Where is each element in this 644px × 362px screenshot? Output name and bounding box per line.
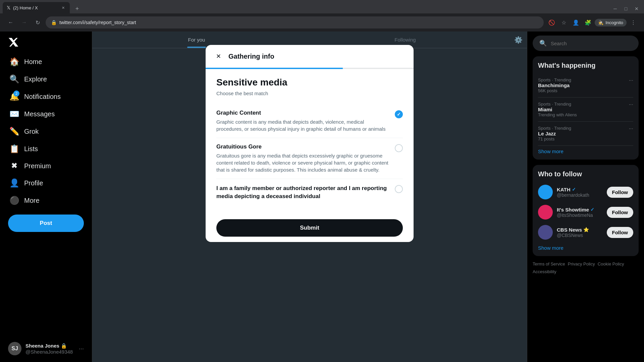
submit-button[interactable]: Submit xyxy=(216,219,403,237)
footer-link-terms[interactable]: Terms of Service xyxy=(533,261,565,266)
incognito-badge: 🕵️ Incognito xyxy=(595,19,627,26)
radio-gratuitous-gore[interactable] xyxy=(395,144,403,152)
user-profile-button[interactable]: SJ Sheena Jones 🔒 @SheenaJone49348 ··· xyxy=(4,338,88,359)
extensions-icon[interactable]: 🧩 xyxy=(583,17,593,28)
home-icon: 🏠 xyxy=(9,57,19,66)
trend-count-0: 56K posts xyxy=(538,88,571,93)
close-window-button[interactable]: ✕ xyxy=(632,4,641,13)
option-gore-title: Gratuitious Gore xyxy=(216,143,389,150)
verified-badge-1: ✓ xyxy=(590,207,594,212)
modal-title: Gathering info xyxy=(228,53,407,60)
incognito-icon: 🕵️ xyxy=(598,20,603,25)
sidebar-item-premium[interactable]: ✖ Premium xyxy=(4,158,88,174)
sidebar-item-label-messages: Messages xyxy=(24,110,55,118)
sidebar-item-messages[interactable]: ✉️ Messages xyxy=(4,105,88,123)
option-family-text: I am a family member or authorized repor… xyxy=(216,184,395,200)
trend-count-2: 71 posts xyxy=(538,136,571,141)
follow-button-1[interactable]: Follow xyxy=(607,207,634,218)
sidebar-item-label-lists: Lists xyxy=(24,145,38,153)
sidebar-item-profile[interactable]: 👤 Profile xyxy=(4,174,88,192)
modal-body: Sensitive media Choose the best match Gr… xyxy=(206,69,414,214)
tab-close-button[interactable]: ✕ xyxy=(60,5,66,10)
trend-more-icon-2[interactable]: ··· xyxy=(629,126,633,132)
footer-link-privacy[interactable]: Privacy Policy xyxy=(568,261,595,266)
search-input[interactable] xyxy=(551,41,632,46)
bookmark-icon[interactable]: ☆ xyxy=(558,17,569,28)
forward-button[interactable]: → xyxy=(19,17,30,28)
follow-item-0: KATH ✓ @bernardokath Follow xyxy=(538,182,633,202)
follow-title: Who to follow xyxy=(538,170,633,178)
new-tab-button[interactable]: + xyxy=(72,4,82,13)
show-more-follow[interactable]: Show more xyxy=(538,245,633,251)
follow-info-1: It's Showtime ✓ @itsShowtimeNa xyxy=(557,207,603,218)
follow-info-0: KATH ✓ @bernardokath xyxy=(557,187,603,198)
trend-more-icon-0[interactable]: ··· xyxy=(629,77,633,83)
back-button[interactable]: ← xyxy=(5,17,16,28)
trend-item-1[interactable]: Sports · Trending Miami Trending with Al… xyxy=(538,98,633,122)
follow-item-1: It's Showtime ✓ @itsShowtimeNa Follow xyxy=(538,202,633,222)
trend-name-0: Banchiminga xyxy=(538,82,571,88)
modal-subtitle: Choose the best match xyxy=(216,90,403,96)
modal-overlay[interactable]: ✕ Gathering info Sensitive media Choose … xyxy=(92,32,527,362)
trending-title: What's happening xyxy=(538,62,633,69)
user-handle: @SheenaJone49348 xyxy=(25,349,75,355)
lock-icon: 🔒 xyxy=(51,20,57,25)
sidebar-item-label-home: Home xyxy=(24,58,42,66)
address-bar[interactable]: 🔒 twitter.com/i/safety/report_story_star… xyxy=(46,16,544,28)
trend-meta-2: Sports · Trending xyxy=(538,126,571,131)
trend-item-0[interactable]: Sports · Trending Banchiminga 56K posts … xyxy=(538,73,633,98)
avatar-initials: SJ xyxy=(11,346,18,352)
follow-section: Who to follow KATH ✓ @bernardokath Follo… xyxy=(533,165,639,256)
sidebar-logo[interactable] xyxy=(4,34,88,52)
sidebar-item-grok[interactable]: ✏️ Grok xyxy=(4,123,88,140)
show-more-trending[interactable]: Show more xyxy=(538,148,633,154)
option-family-desc: I am a family member or authorized repor… xyxy=(216,184,389,200)
follow-name-text-0: KATH xyxy=(557,187,571,192)
lists-icon: 📋 xyxy=(9,144,19,154)
trend-item-2[interactable]: Sports · Trending Le Jazz 71 posts ··· xyxy=(538,122,633,146)
search-icon: 🔍 xyxy=(539,40,547,47)
user-name: Sheena Jones 🔒 xyxy=(25,343,75,349)
messages-icon: ✉️ xyxy=(9,109,19,119)
incognito-label: Incognito xyxy=(605,20,623,25)
x-logo-icon xyxy=(8,37,19,48)
browser-tab-active[interactable]: 𝕏 (2) Home / X ✕ xyxy=(3,2,70,13)
option-gratuitous-gore[interactable]: Gratuitious Gore Gratuitous gore is any … xyxy=(216,138,403,179)
follow-button-0[interactable]: Follow xyxy=(607,187,634,198)
browser-tabs-bar: 𝕏 (2) Home / X ✕ + ─ □ ✕ xyxy=(0,0,644,13)
follow-handle-1: @itsShowtimeNa xyxy=(557,213,603,218)
profile-icon[interactable]: 👤 xyxy=(571,17,581,28)
footer-link-cookie[interactable]: Cookie Policy xyxy=(598,261,624,266)
minimize-button[interactable]: ─ xyxy=(610,4,620,13)
radio-family-member[interactable] xyxy=(395,185,403,193)
radio-graphic-content[interactable] xyxy=(395,110,403,118)
trend-meta-0: Sports · Trending xyxy=(538,77,571,82)
post-button[interactable]: Post xyxy=(8,215,84,232)
sidebar-item-more[interactable]: ⚫ More xyxy=(4,192,88,209)
more-options-icon[interactable]: ⋮ xyxy=(628,17,639,28)
follow-name-1: It's Showtime ✓ xyxy=(557,207,603,213)
trending-section: What's happening Sports · Trending Banch… xyxy=(533,56,639,160)
premium-icon: ✖ xyxy=(9,162,19,170)
option-graphic-text: Graphic Content Graphic content is any m… xyxy=(216,110,395,132)
trend-more-icon-1[interactable]: ··· xyxy=(629,102,633,108)
option-graphic-content[interactable]: Graphic Content Graphic content is any m… xyxy=(216,104,403,138)
option-family-member[interactable]: I am a family member or authorized repor… xyxy=(216,179,403,206)
sidebar-item-notifications[interactable]: 🔔 2 Notifications xyxy=(4,88,88,105)
reload-button[interactable]: ↻ xyxy=(32,17,43,28)
follow-button-2[interactable]: Follow xyxy=(607,227,634,238)
footer-link-accessibility[interactable]: Accessibility xyxy=(533,269,556,274)
browser-chrome: 𝕏 (2) Home / X ✕ + ─ □ ✕ ← → ↻ 🔒 twitter… xyxy=(0,0,644,32)
sidebar-item-label-more: More xyxy=(24,197,40,204)
tab-title: (2) Home / X xyxy=(13,5,58,10)
tab-favicon: 𝕏 xyxy=(7,5,10,10)
sidebar-item-explore[interactable]: 🔍 Explore xyxy=(4,70,88,88)
explore-icon: 🔍 xyxy=(9,74,19,84)
search-box[interactable]: 🔍 xyxy=(533,36,639,51)
content-area: For you Following ⚙️ ✕ Gathering info xyxy=(92,32,527,362)
modal-close-button[interactable]: ✕ xyxy=(212,50,224,62)
maximize-button[interactable]: □ xyxy=(621,4,631,13)
sidebar-item-lists[interactable]: 📋 Lists xyxy=(4,140,88,158)
sidebar-item-home[interactable]: 🏠 Home xyxy=(4,53,88,70)
more-user-icon[interactable]: ··· xyxy=(79,345,84,352)
